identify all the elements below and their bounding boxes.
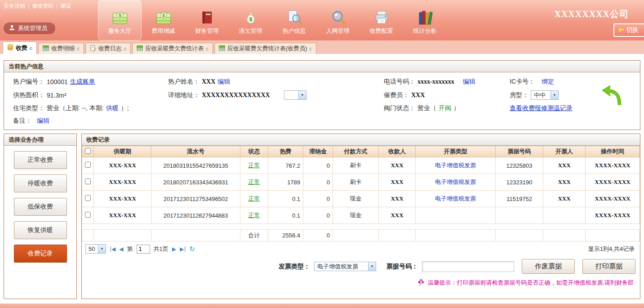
tab-fee-detail[interactable]: 收费明细 c (38, 43, 84, 54)
col-header: 滞纳金 (303, 146, 333, 157)
menu-item-household-info[interactable]: 热户信息 (272, 0, 316, 40)
menu-item-network-access[interactable]: 入网管理 (316, 0, 360, 40)
sidebar-item-resume-heating[interactable]: 恢复供暖 (14, 221, 67, 239)
menu-item-service-hall[interactable]: $ 服务大厅 (98, 0, 142, 40)
last-page-button[interactable]: ▶| (180, 246, 186, 252)
tab-arrears-report-collector[interactable]: 应收采暖费欠费统计表(收费员) c (214, 43, 316, 54)
table-grid-icon (43, 45, 49, 53)
payment-cell: 刷卡 (333, 157, 379, 174)
menu-item-label: 费用增减 (152, 27, 175, 35)
switch-button[interactable]: 切换 (613, 23, 644, 37)
address-select[interactable]: ▼ (284, 90, 306, 100)
name-edit-link[interactable]: 编辑 (218, 78, 230, 86)
serial-cell: 20180207163343436931 (151, 174, 240, 191)
prev-page-button[interactable]: ◀ (119, 246, 123, 252)
switch-arrow-icon (618, 27, 624, 34)
ticket-no-input[interactable] (422, 261, 514, 272)
household-info-grid: 热户编号： 100001 生成账单 热户姓名： XXX 编辑 电话号码： xxx… (13, 78, 631, 125)
sidebar-item-normal-fee[interactable]: 正常收费 (14, 151, 67, 169)
heating-status-link[interactable]: 供暖 (106, 104, 119, 112)
issuer-cell (543, 207, 586, 224)
change-password-link[interactable]: 修改密码 (32, 2, 53, 10)
ic-bind-link[interactable]: 绑定 (542, 78, 554, 86)
tab-close-icon[interactable]: c (124, 46, 127, 51)
invoice-type-select[interactable]: 电子增值税发票 ▼ (314, 262, 376, 271)
invoice-type-select-value: 电子增值税发票 (317, 263, 358, 271)
user-role-label: 系统管理员 (18, 24, 47, 32)
household-info-title: 当前热户信息 (4, 61, 640, 72)
tab-label: 收费明细 (51, 45, 75, 53)
refresh-icon[interactable]: ↻ (189, 245, 195, 253)
status-link[interactable]: 正常 (249, 179, 260, 185)
first-page-button[interactable]: |◀ (110, 246, 115, 252)
sidebar-item-low-income-fee[interactable]: 低保收费 (14, 198, 67, 216)
fee-cell: 0.1 (268, 191, 303, 207)
col-header: 票据号码 (496, 146, 543, 157)
household-no-value: 100001 (47, 78, 68, 85)
menu-item-label: 服务大厅 (108, 27, 132, 35)
col-header: 开票人 (543, 146, 586, 157)
page-number-input[interactable] (137, 245, 150, 254)
footer-strip (0, 304, 644, 308)
suggest-link[interactable]: 建议 (60, 2, 71, 10)
fee-cell: 767.2 (268, 157, 303, 174)
page-total-label: 共1页 (154, 245, 169, 253)
menu-item-finance[interactable]: 财务管理 (185, 0, 229, 40)
status-link[interactable]: 正常 (249, 195, 260, 202)
main-content: 当前热户信息 热户编号： 100001 生成账单 热户姓名： XXX 编辑 电话… (0, 54, 644, 299)
void-ticket-button[interactable]: 作废票据 (522, 259, 575, 274)
col-header: 流水号 (151, 146, 240, 157)
status-link[interactable]: 正常 (249, 212, 260, 219)
collector-value: XXX (411, 92, 425, 99)
menu-item-statistics[interactable]: 统计分析 (403, 0, 447, 40)
chevron-down-icon: ▼ (98, 245, 106, 253)
table-row: XXX-XXX 20180319155427659135 正常 767.2 0 … (82, 157, 640, 174)
row-checkbox[interactable] (85, 162, 91, 168)
row-checkbox[interactable] (85, 195, 91, 201)
print-ticket-button[interactable]: 打印票据 (582, 259, 635, 274)
tab-close-icon[interactable]: c (77, 46, 80, 51)
col-header: 付款方式 (333, 146, 379, 157)
phone-edit-link[interactable]: 编辑 (463, 78, 475, 86)
remark-edit-link[interactable]: 编辑 (37, 117, 49, 125)
menu-item-fee-config[interactable]: 收费配置 (360, 0, 403, 40)
household-info-panel: 当前热户信息 热户编号： 100001 生成账单 热户姓名： XXX 编辑 电话… (4, 60, 640, 130)
status-link[interactable]: 正常 (249, 162, 260, 169)
money-bag-icon: $ (243, 6, 258, 26)
green-back-arrow-icon[interactable] (600, 84, 625, 107)
logout-link[interactable]: 安全注销 (4, 2, 25, 10)
table-row: XXX-XXX 20171230112753496502 正常 0.1 0 现金… (82, 191, 640, 207)
tab-close-icon[interactable]: c (206, 46, 209, 51)
generate-bill-link[interactable]: 生成账单 (70, 78, 95, 86)
invoice-type-link[interactable]: 电子增值税发票 (435, 179, 476, 185)
pencil-page-icon (90, 45, 96, 53)
invoice-no-cell: 11519752 (496, 191, 543, 207)
menu-item-arrears[interactable]: $ 清欠管理 (229, 0, 272, 40)
app-header: 安全注销 | 修改密码 | 建议 系统管理员 $ 服务大厅 $ 费用增减 财务 (0, 0, 644, 40)
residence-type-suffix: ）; (121, 104, 129, 112)
payee-cell: XXX (379, 174, 416, 191)
invoice-type-link[interactable]: 电子增值税发票 (435, 195, 476, 202)
sidebar-item-fee-records[interactable]: 收费记录 (14, 245, 67, 263)
sidebar-item-stop-heating-fee[interactable]: 停暖收费 (14, 174, 67, 192)
invoice-no-cell: 12323190 (496, 174, 543, 191)
user-badge: 系统管理员 (4, 22, 55, 34)
invoice-type-link[interactable]: 电子增值税发票 (435, 162, 476, 169)
payment-cell: 现金 (333, 191, 379, 207)
menu-item-fee-adjust[interactable]: $ 费用增减 (142, 0, 185, 40)
tab-fees[interactable]: 收费 c (3, 41, 37, 54)
table-grid-icon (137, 45, 143, 53)
late-fee-cell: 0 (303, 157, 333, 174)
tab-close-icon[interactable]: c (309, 46, 312, 51)
row-checkbox[interactable] (85, 212, 91, 218)
next-page-button[interactable]: ▶ (172, 246, 176, 252)
fee-records-title: 收费记录 (82, 134, 640, 146)
tab-arrears-report[interactable]: 应收采暖费欠费统计表 c (132, 43, 213, 54)
row-checkbox[interactable] (85, 179, 91, 184)
page-size-select[interactable]: 50 ▼ (85, 244, 106, 254)
tab-fee-log[interactable]: 收费日志 c (85, 43, 131, 54)
select-all-checkbox[interactable] (85, 148, 91, 154)
room-type-select[interactable]: 中中 ▼ (531, 90, 559, 100)
tab-close-icon[interactable]: c (30, 45, 32, 51)
view-fee-repair-records-link[interactable]: 查看收费报修测温记录 (510, 104, 573, 112)
